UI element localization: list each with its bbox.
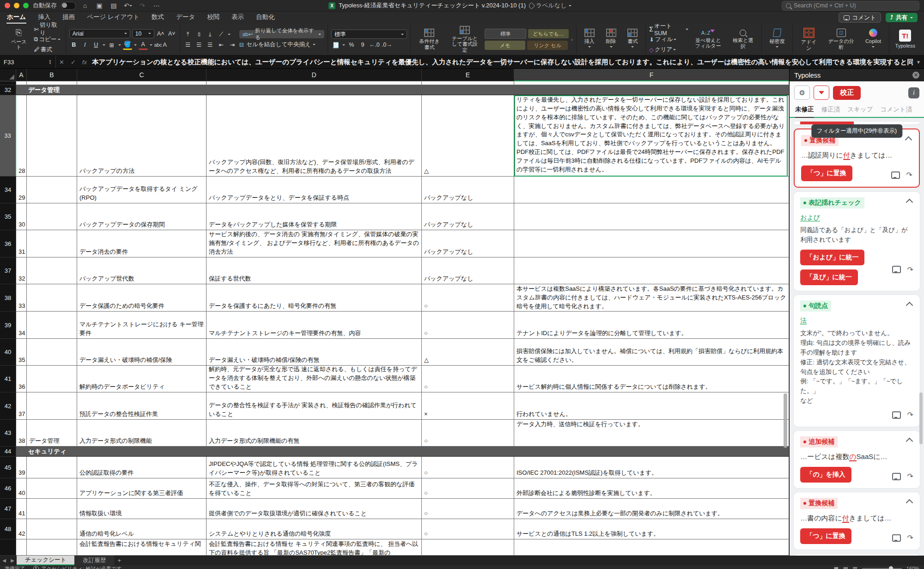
- skip-icon[interactable]: ↷: [907, 265, 913, 274]
- comment-icon[interactable]: [892, 534, 901, 542]
- column-header-b[interactable]: B: [27, 69, 77, 81]
- font-color-button[interactable]: A: [139, 40, 148, 50]
- ribbon-tab-home[interactable]: ホーム: [6, 12, 26, 24]
- section-label[interactable]: セキュリティ: [16, 447, 789, 457]
- typoless-button[interactable]: T! Typoless: [893, 29, 918, 50]
- ribbon-tab-automate[interactable]: 自動化: [255, 12, 275, 24]
- column-header-a[interactable]: A: [16, 69, 27, 81]
- cell-style-normal[interactable]: 標準: [485, 29, 526, 39]
- collapse-icon[interactable]: [906, 499, 913, 507]
- ribbon-tab-draw[interactable]: 描画: [62, 12, 75, 24]
- clear-button[interactable]: ◇ クリア: [649, 45, 676, 54]
- bold-button[interactable]: B: [69, 41, 79, 49]
- column-header-f[interactable]: F: [514, 69, 789, 81]
- format-cells-button[interactable]: 書式: [623, 28, 642, 51]
- data-analysis-button[interactable]: ◫ データの分析: [824, 28, 858, 51]
- accessibility-status[interactable]: アクセシビリティ: 検討が必要です: [33, 565, 122, 569]
- suggestion-card-variant[interactable]: 表記揺れチェック 漏えい 同義語である「漏洩」と「漏えい」が利用されています 「…: [794, 554, 920, 556]
- normal-view-icon[interactable]: ▦: [834, 566, 839, 569]
- insert-function-icon[interactable]: fx: [79, 59, 90, 66]
- save-as-icon[interactable]: ▤: [109, 2, 119, 9]
- font-size-select[interactable]: 10: [132, 29, 154, 38]
- paste-button[interactable]: ⎘ ペースト: [6, 27, 31, 51]
- orientation-icon[interactable]: ⟋: [217, 30, 226, 38]
- select-all-corner[interactable]: [0, 69, 16, 81]
- more-commands-icon[interactable]: ⋯: [152, 2, 162, 9]
- percent-format-icon[interactable]: %: [347, 41, 356, 49]
- maximize-window-icon[interactable]: [23, 3, 29, 8]
- decrease-font-icon[interactable]: A˅: [167, 30, 176, 38]
- skip-icon[interactable]: ↷: [906, 171, 912, 179]
- align-center-icon[interactable]: ☰: [195, 40, 204, 49]
- cell-style-linked[interactable]: リンク セル: [527, 41, 568, 50]
- apply-replace-button[interactable]: 「つ」に置換: [801, 165, 852, 181]
- cell-style-neutral[interactable]: どちらでも…: [528, 29, 569, 38]
- ribbon-tab-formulas[interactable]: 数式: [151, 12, 164, 24]
- settings-button[interactable]: ⚙: [794, 86, 810, 100]
- proofread-button[interactable]: 校正: [833, 86, 861, 100]
- insert-cells-button[interactable]: 挿入: [580, 28, 599, 51]
- apply-insert-button[interactable]: 「の」を挿入: [800, 467, 851, 483]
- comma-format-icon[interactable]: 9: [358, 41, 367, 49]
- indent-icon[interactable]: ⇥: [228, 40, 237, 49]
- share-button[interactable]: ⤴ 共有: [886, 13, 918, 22]
- term-link[interactable]: および: [800, 214, 820, 221]
- comments-button[interactable]: コメント: [839, 12, 881, 23]
- sort-filter-button[interactable]: A↓Z 並べ替えとフィルター: [691, 29, 726, 50]
- accounting-format-icon[interactable]: 🧾: [331, 41, 340, 49]
- conditional-formatting-button[interactable]: 条件付き書式: [414, 28, 445, 51]
- merge-center-button[interactable]: ⊟ セルを結合して中央揃え: [239, 40, 324, 49]
- comment-icon[interactable]: [892, 266, 901, 273]
- align-bottom-icon[interactable]: ⤓: [206, 30, 215, 38]
- cut-button[interactable]: ✄ 切り取り: [34, 25, 62, 33]
- cell-style-note[interactable]: メモ: [485, 41, 525, 50]
- align-top-icon[interactable]: ⤒: [183, 30, 193, 38]
- zoom-level[interactable]: 160%: [906, 566, 919, 569]
- prev-sheet-icon[interactable]: ◀: [0, 556, 8, 565]
- undo-icon[interactable]: ↶: [123, 2, 133, 9]
- minimize-window-icon[interactable]: [14, 3, 19, 8]
- copilot-button[interactable]: Copilot: [861, 28, 885, 51]
- format-painter-button[interactable]: 🖉 書式: [34, 45, 52, 54]
- search-input[interactable]: Search (Cmd + Ctrl + U): [782, 1, 919, 11]
- suggestion-card-insert[interactable]: 追加候補 …ービスは複数のSaaSに… 「の」を挿入 ↷: [794, 431, 920, 488]
- panel-close-icon[interactable]: ✕: [912, 72, 919, 79]
- formula-input[interactable]: 本アプリケーションの核となる校正機能においては、ユーザーのプライバシーと情報セキ…: [90, 58, 913, 67]
- ribbon-tab-data[interactable]: データ: [176, 12, 195, 24]
- filter-button[interactable]: [814, 86, 829, 100]
- sheet-vertical-scrollbar[interactable]: [784, 393, 787, 448]
- name-box[interactable]: F33 ▲▼: [0, 55, 56, 68]
- suggestion-card-punctuation[interactable]: 句読点 法 文末が"。"で終わっていません。 理由: 句点は文の境界を明確にし、…: [794, 295, 920, 427]
- clear-format-button[interactable]: abcA: [154, 41, 167, 49]
- skip-icon[interactable]: ↷: [907, 472, 913, 481]
- sheet-tab-history[interactable]: 改訂履歴: [74, 556, 114, 565]
- unify-button-1[interactable]: 「および」に統一: [800, 250, 864, 265]
- formula-bar-expand-icon[interactable]: ▼: [913, 60, 924, 65]
- delete-cells-button[interactable]: 削除: [602, 28, 621, 51]
- column-header-e[interactable]: E: [422, 69, 514, 81]
- tab-corrected[interactable]: 修正済: [821, 105, 840, 117]
- skip-icon[interactable]: ↷: [907, 410, 913, 419]
- unify-button-2[interactable]: 「及び」に統一: [800, 269, 858, 285]
- collapse-icon[interactable]: [906, 438, 913, 445]
- window-controls[interactable]: [5, 3, 29, 8]
- close-window-icon[interactable]: [5, 3, 10, 8]
- underline-button[interactable]: U: [91, 41, 101, 49]
- ribbon-tab-page-layout[interactable]: ページ レイアウト: [86, 12, 140, 24]
- ribbon-tab-view[interactable]: 表示: [231, 12, 244, 24]
- find-select-button[interactable]: 検索と選択: [728, 29, 758, 50]
- format-as-table-button[interactable]: テーブルとして書式設定: [447, 25, 482, 54]
- page-break-view-icon[interactable]: ▥: [852, 566, 857, 569]
- collapse-icon[interactable]: [906, 302, 913, 309]
- italic-button[interactable]: I: [80, 41, 90, 49]
- sensitivity-label[interactable]: ラベルなし: [529, 1, 571, 10]
- comment-icon[interactable]: [891, 171, 900, 179]
- comment-icon[interactable]: [892, 411, 901, 419]
- panel-vertical-scrollbar[interactable]: [919, 392, 923, 444]
- page-layout-view-icon[interactable]: ▤: [843, 566, 848, 569]
- collapse-icon[interactable]: [906, 199, 913, 206]
- autosum-button[interactable]: Σ オート SUM: [649, 25, 688, 33]
- font-name-select[interactable]: Arial: [69, 29, 130, 38]
- collapse-icon[interactable]: [905, 136, 912, 144]
- fill-button[interactable]: ⬇ フィル: [649, 35, 676, 43]
